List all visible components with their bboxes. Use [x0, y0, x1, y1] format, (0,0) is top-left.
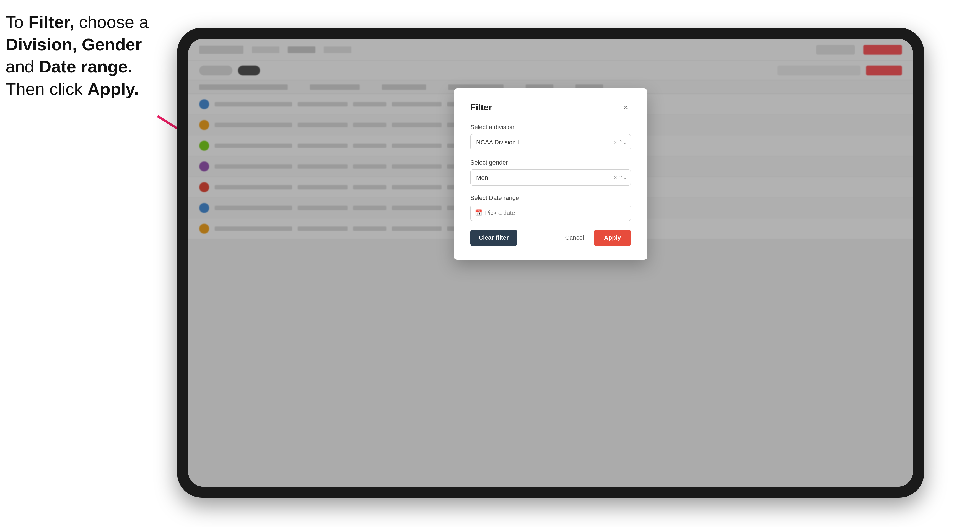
instruction-bold-division: Division, Gender: [6, 35, 142, 54]
apply-button[interactable]: Apply: [594, 230, 631, 246]
close-icon[interactable]: ×: [621, 103, 631, 113]
date-input[interactable]: [470, 205, 631, 221]
gender-clear-icon[interactable]: ×: [614, 175, 617, 180]
gender-form-group: Select gender Men Women Co-ed × ⌃⌄: [470, 159, 631, 186]
division-chevron-icon: ⌃⌄: [619, 140, 627, 144]
modal-footer: Clear filter Cancel Apply: [470, 230, 631, 246]
modal-title-row: Filter ×: [470, 102, 631, 113]
instruction-line4: Then click Apply.: [6, 79, 138, 98]
tablet-screen: Filter × Select a division NCAA Division…: [188, 39, 913, 487]
gender-select-icons: × ⌃⌄: [614, 175, 627, 180]
instruction-text: To Filter, choose a Division, Gender and…: [6, 11, 166, 100]
calendar-icon: 📅: [475, 209, 482, 216]
division-select-icons: × ⌃⌄: [614, 139, 627, 145]
modal-title: Filter: [470, 102, 492, 113]
division-select[interactable]: NCAA Division I NCAA Division II NCAA Di…: [470, 134, 631, 150]
division-select-wrapper: NCAA Division I NCAA Division II NCAA Di…: [470, 134, 631, 150]
modal-overlay: Filter × Select a division NCAA Division…: [188, 39, 913, 487]
gender-chevron-icon: ⌃⌄: [619, 175, 627, 180]
date-form-group: Select Date range 📅: [470, 194, 631, 221]
tablet-device: Filter × Select a division NCAA Division…: [177, 28, 924, 498]
gender-label: Select gender: [470, 159, 631, 166]
date-field-wrapper: 📅: [470, 205, 631, 221]
gender-select-wrapper: Men Women Co-ed × ⌃⌄: [470, 170, 631, 186]
footer-right-buttons: Cancel Apply: [560, 230, 631, 246]
division-clear-icon[interactable]: ×: [614, 139, 617, 145]
division-label: Select a division: [470, 124, 631, 131]
clear-filter-button[interactable]: Clear filter: [470, 230, 517, 246]
cancel-button[interactable]: Cancel: [560, 230, 589, 246]
filter-modal: Filter × Select a division NCAA Division…: [454, 89, 648, 260]
gender-select[interactable]: Men Women Co-ed: [470, 170, 631, 186]
division-form-group: Select a division NCAA Division I NCAA D…: [470, 124, 631, 150]
date-label: Select Date range: [470, 194, 631, 202]
instruction-line3: and Date range.: [6, 57, 132, 76]
instruction-line1: To Filter, choose a: [6, 13, 149, 32]
